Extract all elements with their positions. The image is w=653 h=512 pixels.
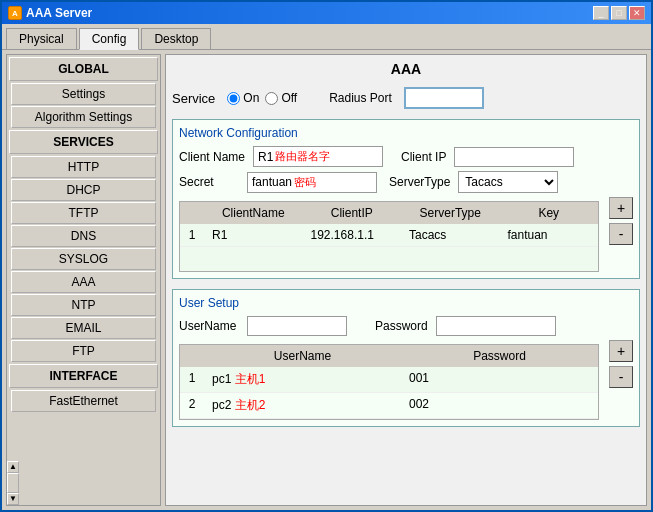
sidebar-item-settings[interactable]: Settings xyxy=(11,83,156,105)
server-type-select[interactable]: Tacacs Radius xyxy=(458,171,558,193)
table-row: 1 pc1 主机1 001 xyxy=(180,367,598,393)
main-window: A AAA Server _ □ ✕ Physical Config Deskt… xyxy=(0,0,653,512)
sidebar-item-dhcp[interactable]: DHCP xyxy=(11,179,156,201)
secret-value[interactable]: fantuan xyxy=(252,175,292,189)
app-icon: A xyxy=(8,6,22,20)
sidebar-item-dns[interactable]: DNS xyxy=(11,225,156,247)
user-col-num xyxy=(180,347,204,365)
user-row1-username: pc1 主机1 xyxy=(204,369,401,390)
radio-on[interactable]: On xyxy=(227,91,259,105)
network-col-servertype: ServerType xyxy=(401,204,500,222)
service-row: Service On Off Radius Port 1645 xyxy=(172,87,640,109)
sidebar-item-syslog[interactable]: SYSLOG xyxy=(11,248,156,270)
client-name-value[interactable]: R1 xyxy=(258,150,273,164)
network-table-wrap: ClientName ClientIP ServerType Key 1 R1 … xyxy=(179,197,633,272)
user-table: UserName Password 1 pc1 主机1 001 xyxy=(179,344,599,420)
tab-physical[interactable]: Physical xyxy=(6,28,77,49)
maximize-button[interactable]: □ xyxy=(611,6,627,20)
content-title: AAA xyxy=(172,61,640,77)
scroll-thumb[interactable] xyxy=(7,473,19,493)
user-row1-num: 1 xyxy=(180,369,204,390)
main-area: GLOBAL Settings Algorithm Settings SERVI… xyxy=(2,50,651,510)
user-table-actions: + - xyxy=(609,340,633,388)
network-form-row2: Secret fantuan 密码 ServerType Tacacs Radi… xyxy=(179,171,633,193)
sidebar-item-algorithm-settings[interactable]: Algorithm Settings xyxy=(11,106,156,128)
scroll-up-btn[interactable]: ▲ xyxy=(7,461,19,473)
secret-input-wrap: fantuan 密码 xyxy=(247,172,377,193)
network-row1-key: fantuan xyxy=(500,226,599,244)
client-ip-input[interactable]: 192.168.1.1 xyxy=(454,147,574,167)
user-table-wrap: UserName Password 1 pc1 主机1 001 xyxy=(179,340,633,420)
network-table-actions: + - xyxy=(609,197,633,245)
tab-desktop[interactable]: Desktop xyxy=(141,28,211,49)
sidebar-item-email[interactable]: EMAIL xyxy=(11,317,156,339)
network-add-button[interactable]: + xyxy=(609,197,633,219)
user-row1-username-hint: 主机1 xyxy=(235,372,266,386)
user-row2-username-hint: 主机2 xyxy=(235,398,266,412)
close-button[interactable]: ✕ xyxy=(629,6,645,20)
sidebar-item-ftp[interactable]: FTP xyxy=(11,340,156,362)
user-add-button[interactable]: + xyxy=(609,340,633,362)
radius-port-input[interactable]: 1645 xyxy=(404,87,484,109)
sidebar-item-tftp[interactable]: TFTP xyxy=(11,202,156,224)
user-form-row1: UserName pc2 Password 002 xyxy=(179,316,633,336)
title-bar: A AAA Server _ □ ✕ xyxy=(2,2,651,24)
radio-off-input[interactable] xyxy=(265,92,278,105)
network-col-key: Key xyxy=(500,204,599,222)
user-col-password: Password xyxy=(401,347,598,365)
network-row1-servertype: Tacacs xyxy=(401,226,500,244)
radio-off[interactable]: Off xyxy=(265,91,297,105)
network-col-clientname: ClientName xyxy=(204,204,303,222)
client-ip-label: Client IP xyxy=(401,150,446,164)
user-remove-button[interactable]: - xyxy=(609,366,633,388)
sidebar-scroll[interactable]: GLOBAL Settings Algorithm Settings SERVI… xyxy=(7,55,160,461)
user-col-username: UserName xyxy=(204,347,401,365)
sidebar-item-ntp[interactable]: NTP xyxy=(11,294,156,316)
sidebar-item-fastethernet[interactable]: FastEthernet xyxy=(11,390,156,412)
sidebar-item-aaa[interactable]: AAA xyxy=(11,271,156,293)
minimize-button[interactable]: _ xyxy=(593,6,609,20)
sidebar-scrollbar[interactable]: ▲ ▼ xyxy=(7,461,19,505)
username-input[interactable]: pc2 xyxy=(247,316,347,336)
network-col-clientip: ClientIP xyxy=(303,204,402,222)
network-form-row1: Client Name R1 路由器名字 Client IP 192.168.1… xyxy=(179,146,633,167)
scroll-down-btn[interactable]: ▼ xyxy=(7,493,19,505)
password-input[interactable]: 002 xyxy=(436,316,556,336)
user-table-header: UserName Password xyxy=(180,345,598,367)
tab-bar: Physical Config Desktop xyxy=(2,24,651,50)
user-row2-num: 2 xyxy=(180,395,204,416)
network-table-header: ClientName ClientIP ServerType Key xyxy=(180,202,598,224)
client-name-hint: 路由器名字 xyxy=(275,149,330,164)
radio-off-label: Off xyxy=(281,91,297,105)
table-row: 2 pc2 主机2 002 xyxy=(180,393,598,419)
window-title: AAA Server xyxy=(26,6,92,20)
content-area: AAA Service On Off Radius Port 1645 xyxy=(165,54,647,506)
network-table: ClientName ClientIP ServerType Key 1 R1 … xyxy=(179,201,599,272)
radio-on-input[interactable] xyxy=(227,92,240,105)
sidebar-section-interface: INTERFACE xyxy=(9,364,158,388)
user-setup-section: User Setup UserName pc2 Password 002 Use… xyxy=(172,289,640,427)
network-config-section: Network Configuration Client Name R1 路由器… xyxy=(172,119,640,279)
title-bar-title: A AAA Server xyxy=(8,6,92,20)
username-label: UserName xyxy=(179,319,239,333)
user-row1-username-val: pc1 xyxy=(212,372,231,386)
network-row1-clientname: R1 xyxy=(204,226,303,244)
network-row1-num: 1 xyxy=(180,226,204,244)
network-remove-button[interactable]: - xyxy=(609,223,633,245)
client-name-input-wrap: R1 路由器名字 xyxy=(253,146,383,167)
server-type-label: ServerType xyxy=(389,175,450,189)
network-col-num xyxy=(180,204,204,222)
service-radio-group: On Off xyxy=(227,91,297,105)
sidebar-section-services: SERVICES xyxy=(9,130,158,154)
title-bar-controls: _ □ ✕ xyxy=(593,6,645,20)
tab-config[interactable]: Config xyxy=(79,28,140,50)
user-row1-password: 001 xyxy=(401,369,598,390)
service-label: Service xyxy=(172,91,215,106)
table-row: 1 R1 192.168.1.1 Tacacs fantuan xyxy=(180,224,598,247)
sidebar-item-http[interactable]: HTTP xyxy=(11,156,156,178)
sidebar-section-global: GLOBAL xyxy=(9,57,158,81)
radius-port-label: Radius Port xyxy=(329,91,392,105)
sidebar: GLOBAL Settings Algorithm Settings SERVI… xyxy=(6,54,161,506)
radio-on-label: On xyxy=(243,91,259,105)
network-row1-clientip: 192.168.1.1 xyxy=(303,226,402,244)
